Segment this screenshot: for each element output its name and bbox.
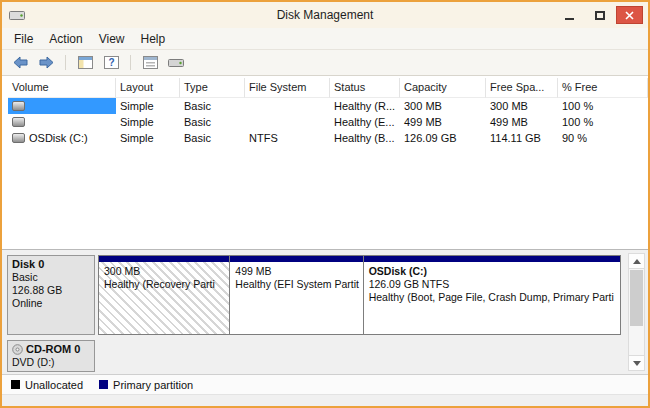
maximize-icon <box>595 11 605 20</box>
toolbar-separator <box>65 55 66 70</box>
scroll-up-button[interactable] <box>629 254 644 269</box>
properties-icon <box>143 56 158 69</box>
volume-row-osdisk[interactable]: OSDisk (C:) Simple Basic NTFS Healthy (B… <box>8 130 648 146</box>
legend-primary-partition: Primary partition <box>99 379 193 391</box>
partition-name: OSDisk (C:) <box>369 265 615 278</box>
disk-view-icon <box>168 57 184 69</box>
partition-status: Healthy (Boot, Page File, Crash Dump, Pr… <box>369 291 615 304</box>
minimize-button[interactable] <box>556 6 583 24</box>
column-header-type[interactable]: Type <box>180 78 245 98</box>
column-header-file-system[interactable]: File System <box>245 78 330 98</box>
volume-list-header: Volume Layout Type File System Status Ca… <box>8 78 648 98</box>
volume-name-cell[interactable] <box>8 114 116 130</box>
free-space-cell: 499 MB <box>486 114 558 130</box>
unallocated-swatch <box>11 380 20 389</box>
disk-0-header[interactable]: Disk 0 Basic 126.88 GB Online <box>7 255 95 335</box>
partition-size: 499 MB <box>235 265 357 278</box>
pct-free-cell: 100 % <box>558 114 648 130</box>
column-header-free-space[interactable]: Free Spa... <box>486 78 558 98</box>
pct-free-cell: 100 % <box>558 98 648 114</box>
legend-bar: Unallocated Primary partition <box>2 374 648 394</box>
maximize-button[interactable] <box>586 6 613 24</box>
partition-efi[interactable]: 499 MB Healthy (EFI System Partit <box>229 255 363 335</box>
scroll-down-button[interactable] <box>629 355 644 370</box>
free-space-cell: 114.11 GB <box>486 130 558 146</box>
disk-0-block: Disk 0 Basic 126.88 GB Online 300 MB Hea… <box>7 255 623 335</box>
column-header-capacity[interactable]: Capacity <box>400 78 486 98</box>
disk-name: Disk 0 <box>12 258 90 271</box>
partition-osdisk[interactable]: OSDisk (C:) 126.09 GB NTFS Healthy (Boot… <box>363 255 621 335</box>
cdrom-0-block: CD-ROM 0 DVD (D:) <box>7 340 623 372</box>
capacity-cell: 126.09 GB <box>400 130 486 146</box>
scroll-up-icon <box>633 259 641 264</box>
partition-recovery[interactable]: 300 MB Healthy (Recovery Parti <box>98 255 230 335</box>
layout-cell: Simple <box>116 114 180 130</box>
column-header-layout[interactable]: Layout <box>116 78 180 98</box>
cdrom-name: CD-ROM 0 <box>26 343 80 356</box>
status-cell: Healthy (R... <box>330 98 400 114</box>
disk-0-partitions: 300 MB Healthy (Recovery Parti 499 MB He… <box>98 255 623 335</box>
file-system-cell <box>245 98 330 114</box>
forward-button[interactable] <box>35 53 57 73</box>
window-controls <box>556 6 643 24</box>
column-header-status[interactable]: Status <box>330 78 400 98</box>
legend-unallocated: Unallocated <box>11 379 83 391</box>
primary-partition-swatch <box>99 380 108 389</box>
help-icon: ? <box>104 56 119 69</box>
menu-action[interactable]: Action <box>41 29 90 49</box>
layout-cell: Simple <box>116 98 180 114</box>
capacity-cell: 499 MB <box>400 114 486 130</box>
volume-row-efi[interactable]: Simple Basic Healthy (E... 499 MB 499 MB… <box>8 114 648 130</box>
file-system-cell: NTFS <box>245 130 330 146</box>
type-cell: Basic <box>180 114 245 130</box>
svg-text:?: ? <box>108 57 114 68</box>
layout-cell: Simple <box>116 130 180 146</box>
titlebar: Disk Management <box>2 2 648 28</box>
scroll-down-icon <box>633 361 641 366</box>
show-console-tree-button[interactable] <box>74 53 96 73</box>
status-cell: Healthy (B... <box>330 130 400 146</box>
partition-status: Healthy (EFI System Partit <box>235 278 357 291</box>
toolbar: ? <box>2 50 648 76</box>
status-cell: Healthy (E... <box>330 114 400 130</box>
volume-name-cell-selected[interactable] <box>8 98 116 114</box>
vertical-scrollbar[interactable] <box>628 253 645 371</box>
graphical-view-pane: Disk 0 Basic 126.88 GB Online 300 MB Hea… <box>2 249 648 374</box>
scrollbar-thumb[interactable] <box>630 270 643 326</box>
forward-icon <box>39 56 54 69</box>
cdrom-0-header[interactable]: CD-ROM 0 DVD (D:) <box>7 340 95 372</box>
volume-row-recovery[interactable]: Simple Basic Healthy (R... 300 MB 300 MB… <box>8 98 648 114</box>
back-icon <box>13 56 28 69</box>
legend-label: Primary partition <box>113 379 193 391</box>
volume-name-cell[interactable]: OSDisk (C:) <box>8 130 116 146</box>
close-icon <box>625 11 634 20</box>
volume-icon <box>12 117 25 127</box>
volume-icon <box>12 133 25 143</box>
menu-view[interactable]: View <box>91 29 133 49</box>
window-footer <box>2 394 648 406</box>
free-space-cell: 300 MB <box>486 98 558 114</box>
partition-size: 126.09 GB NTFS <box>369 278 615 291</box>
volume-icon <box>12 101 25 111</box>
help-button[interactable]: ? <box>100 53 122 73</box>
column-header-pct-free[interactable]: % Free <box>558 78 648 98</box>
minimize-icon <box>565 18 574 20</box>
disk-management-app-icon <box>9 9 25 22</box>
properties-button[interactable] <box>139 53 161 73</box>
toolbar-separator <box>130 55 131 70</box>
column-header-volume[interactable]: Volume <box>8 78 116 98</box>
partition-status: Healthy (Recovery Parti <box>104 278 224 291</box>
disk-type: Basic <box>12 271 90 284</box>
menu-bar: File Action View Help <box>2 28 648 50</box>
show-console-tree-icon <box>78 56 93 69</box>
disk-status: Online <box>12 297 90 310</box>
disk-view-button[interactable] <box>165 53 187 73</box>
type-cell: Basic <box>180 98 245 114</box>
back-button[interactable] <box>9 53 31 73</box>
cd-rom-icon <box>12 344 23 355</box>
menu-file[interactable]: File <box>6 29 41 49</box>
close-button[interactable] <box>616 6 643 24</box>
partition-size: 300 MB <box>104 265 224 278</box>
menu-help[interactable]: Help <box>133 29 174 49</box>
volume-list: Volume Layout Type File System Status Ca… <box>2 76 648 249</box>
